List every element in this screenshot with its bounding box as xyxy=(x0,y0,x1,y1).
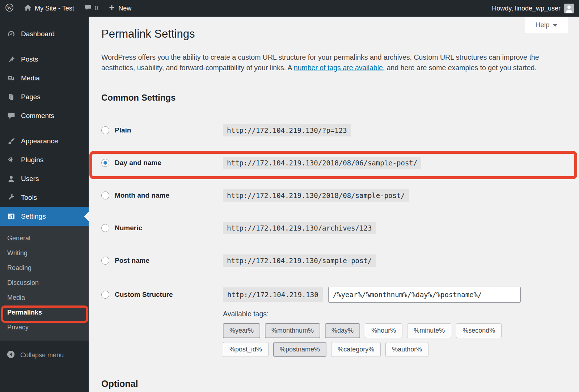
option-label: Day and name xyxy=(115,159,161,167)
current-menu-arrow xyxy=(84,212,89,221)
option-url-example: http://172.104.219.130/2018/08/06/sample… xyxy=(223,157,421,169)
option-label: Custom Structure xyxy=(115,291,173,299)
option-url-example: http://172.104.219.130/?p=123 xyxy=(223,124,351,136)
chevron-down-icon xyxy=(553,24,558,27)
radio-custom-structure[interactable] xyxy=(101,291,109,299)
sidebar-item-users[interactable]: Users xyxy=(0,169,89,188)
custom-structure-input[interactable] xyxy=(328,287,521,303)
option-row-numeric: Numeric http://172.104.219.130/archives/… xyxy=(101,222,521,235)
sidebar-item-settings[interactable]: Settings xyxy=(0,207,89,226)
option-label: Post name xyxy=(115,257,149,265)
admin-bar: W My Site - Test 0 New Howdy, linode_wp_… xyxy=(0,0,579,17)
submenu-item-discussion[interactable]: Discussion xyxy=(0,275,89,290)
help-dropdown-button[interactable]: Help xyxy=(525,17,568,33)
option-row-post-name: Post name http://172.104.219.130/sample-… xyxy=(101,254,521,267)
tag-button-postname[interactable]: %postname% xyxy=(273,342,326,357)
site-name: My Site - Test xyxy=(35,5,74,12)
sidebar-item-label: Pages xyxy=(21,93,41,101)
comments-bubble-icon xyxy=(7,112,15,120)
collapse-menu-label: Collapse menu xyxy=(20,351,64,359)
comment-bubble-icon xyxy=(84,4,92,13)
radio-numeric[interactable] xyxy=(101,224,109,232)
help-label: Help xyxy=(535,21,549,29)
collapse-arrow-icon xyxy=(7,350,15,361)
option-row-custom-structure: Custom Structure http://172.104.219.130 … xyxy=(101,287,521,357)
sidebar-item-media[interactable]: Media xyxy=(0,69,89,88)
sidebar-item-label: Posts xyxy=(21,55,38,63)
submenu-item-media[interactable]: Media xyxy=(0,290,89,305)
tags-available-link[interactable]: number of tags are available xyxy=(294,64,383,72)
radio-day-and-name[interactable] xyxy=(101,159,109,167)
plug-icon xyxy=(7,156,15,164)
howdy-user[interactable]: Howdy, linode_wp_user xyxy=(492,5,561,12)
paintbrush-icon xyxy=(7,137,15,145)
wordpress-logo-icon: W xyxy=(5,3,14,14)
option-url-example: http://172.104.219.130/sample-post/ xyxy=(223,254,376,267)
intro-paragraph: WordPress offers you the ability to crea… xyxy=(101,52,560,73)
avatar[interactable] xyxy=(564,4,574,13)
radio-post-name[interactable] xyxy=(101,257,109,265)
home-icon xyxy=(24,4,32,13)
pushpin-icon xyxy=(7,55,15,63)
collapse-menu-button[interactable]: Collapse menu xyxy=(0,344,89,366)
tag-buttons-row-1: %year% %monthnum% %day% %hour% %minute% … xyxy=(223,323,521,338)
tag-button-post-id[interactable]: %post_id% xyxy=(223,342,269,357)
sidebar-item-label: Appearance xyxy=(21,137,58,145)
tag-button-author[interactable]: %author% xyxy=(385,342,428,357)
tag-button-hour[interactable]: %hour% xyxy=(365,323,402,338)
submenu-item-reading[interactable]: Reading xyxy=(0,261,89,275)
sidebar-item-tools[interactable]: Tools xyxy=(0,188,89,207)
sidebar-item-label: Users xyxy=(21,175,39,183)
submenu-item-privacy[interactable]: Privacy xyxy=(0,320,89,335)
sidebar-item-dashboard[interactable]: Dashboard xyxy=(0,25,89,43)
tag-button-year[interactable]: %year% xyxy=(223,323,260,338)
admin-sidebar: Dashboard Posts Media Pages Comments App… xyxy=(0,17,89,392)
common-settings-heading: Common Settings xyxy=(101,93,176,103)
pages-icon xyxy=(7,93,15,101)
intro-text-after: , and here are some examples to get you … xyxy=(383,64,537,72)
sidebar-item-pages[interactable]: Pages xyxy=(0,88,89,106)
option-label: Month and name xyxy=(115,191,169,199)
page-title: Permalink Settings xyxy=(101,28,195,41)
dashboard-gauge-icon xyxy=(7,30,15,38)
submenu-item-permalinks[interactable]: Permalinks xyxy=(0,305,89,320)
sidebar-item-label: Plugins xyxy=(21,156,43,164)
new-menu[interactable]: New xyxy=(103,0,136,17)
comment-count: 0 xyxy=(95,5,98,12)
comments-menu[interactable]: 0 xyxy=(79,0,103,17)
sidebar-item-label: Comments xyxy=(21,112,54,120)
submenu-item-writing[interactable]: Writing xyxy=(0,246,89,261)
site-name-menu[interactable]: My Site - Test xyxy=(19,0,79,17)
settings-sliders-icon xyxy=(7,212,15,220)
wordpress-logo-menu[interactable]: W xyxy=(0,0,19,17)
option-row-month-and-name: Month and name http://172.104.219.130/20… xyxy=(101,189,521,202)
plus-icon xyxy=(108,4,115,13)
media-camera-icon xyxy=(7,74,15,82)
tag-button-minute[interactable]: %minute% xyxy=(407,323,451,338)
tag-button-category[interactable]: %category% xyxy=(331,342,381,357)
sidebar-item-label: Media xyxy=(21,74,40,82)
settings-submenu: General Writing Reading Discussion Media… xyxy=(0,226,89,341)
sidebar-item-label: Settings xyxy=(21,212,46,220)
tag-button-day[interactable]: %day% xyxy=(325,323,360,338)
option-label: Plain xyxy=(115,126,131,134)
permalink-options: Plain http://172.104.219.130/?p=123 Day … xyxy=(101,124,521,357)
sidebar-item-appearance[interactable]: Appearance xyxy=(0,132,89,151)
option-row-day-and-name: Day and name http://172.104.219.130/2018… xyxy=(101,156,521,169)
svg-text:W: W xyxy=(7,5,12,10)
tag-buttons-row-2: %post_id% %postname% %category% %author% xyxy=(223,342,521,357)
option-url-example: http://172.104.219.130/archives/123 xyxy=(223,222,376,234)
radio-plain[interactable] xyxy=(101,126,109,134)
custom-structure-url-prefix: http://172.104.219.130 xyxy=(223,287,323,302)
option-url-example: http://172.104.219.130/2018/08/sample-po… xyxy=(223,189,409,202)
optional-heading: Optional xyxy=(101,379,138,389)
sidebar-item-comments[interactable]: Comments xyxy=(0,106,89,125)
radio-month-and-name[interactable] xyxy=(101,191,109,199)
tag-button-second[interactable]: %second% xyxy=(456,323,502,338)
tag-button-monthnum[interactable]: %monthnum% xyxy=(265,323,320,338)
sidebar-item-label: Tools xyxy=(21,194,37,202)
sidebar-item-plugins[interactable]: Plugins xyxy=(0,151,89,169)
submenu-item-general[interactable]: General xyxy=(0,231,89,246)
main-content: Help Permalink Settings WordPress offers… xyxy=(89,17,579,392)
sidebar-item-posts[interactable]: Posts xyxy=(0,50,89,69)
